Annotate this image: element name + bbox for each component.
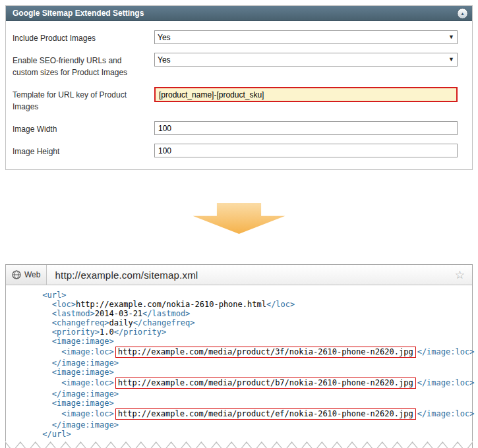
page: Google Sitemap Extended Settings ▲ Inclu… [0, 0, 478, 448]
xml-line: </image:image> [14, 358, 468, 368]
xml-tag: <loc> [52, 300, 76, 309]
xml-text: daily [109, 318, 133, 327]
xml-tag: </priority> [114, 327, 166, 337]
torn-edge [5, 441, 473, 448]
seo-friendly-urls-select[interactable]: Yes [154, 53, 458, 67]
select-wrap: Yes ▼ [154, 53, 458, 67]
field-row-include-product-images: Include Product Images Yes ▼ [13, 30, 458, 44]
xml-line: </image:image> [14, 420, 468, 430]
web-label: Web [24, 270, 40, 279]
xml-line: <image:loc>http://example.com/media/prod… [14, 346, 468, 358]
field-row-seo-friendly-urls: Enable SEO-friendly URLs and custom size… [13, 53, 458, 78]
address-url-text[interactable]: http://example.com/sitemap.xml [47, 269, 447, 281]
xml-line: <image:loc>http://example.com/media/prod… [14, 408, 468, 420]
field-label: Template for URL key of Product Images [13, 87, 154, 113]
xml-image-url-highlight: http://example.com/media/product/3f/noki… [115, 347, 416, 358]
collapse-up-icon: ▲ [460, 11, 465, 16]
field-row-image-width: Image Width [13, 121, 458, 135]
xml-image-url-highlight: http://example.com/media/product/b7/noki… [115, 378, 416, 389]
xml-tag: </changefreq> [133, 318, 195, 327]
field-row-url-key-template: Template for URL key of Product Images [13, 87, 458, 113]
panel-body: Include Product Images Yes ▼ Enable SEO-… [6, 21, 472, 169]
torn-edge-graphic [5, 441, 473, 448]
xml-line: <url> [14, 291, 468, 300]
xml-line: <priority>1.0</priority> [14, 327, 468, 337]
xml-tag: </image:image> [52, 389, 119, 399]
field-label: Include Product Images [13, 30, 154, 44]
xml-line: <image:loc>http://example.com/media/prod… [14, 377, 468, 389]
xml-tag: <image:image> [52, 368, 114, 377]
xml-tag: <changefreq> [52, 318, 109, 327]
xml-tag: </image:image> [52, 358, 119, 368]
xml-tag: <lastmod> [52, 309, 95, 318]
panel-header: Google Sitemap Extended Settings ▲ [6, 6, 472, 21]
globe-icon [12, 270, 21, 279]
field-label: Image Height [13, 144, 154, 157]
field-control [154, 121, 458, 135]
arrow-wrap [5, 203, 473, 234]
web-protocol-button[interactable]: Web [6, 265, 47, 285]
xml-text: http://example.com/nokia-2610-phone.html [76, 300, 266, 309]
xml-tag: <url> [42, 291, 66, 300]
xml-line: </image:image> [14, 389, 468, 399]
xml-line: <image:image> [14, 368, 468, 377]
xml-line: <image:image> [14, 399, 468, 408]
xml-line: <loc>http://example.com/nokia-2610-phone… [14, 300, 468, 309]
field-row-image-height: Image Height [13, 144, 458, 157]
xml-tag: <image:image> [52, 399, 114, 408]
xml-tag: <image:loc> [61, 347, 113, 356]
select-wrap: Yes ▼ [154, 30, 458, 44]
down-arrow-graphic [193, 203, 285, 234]
xml-image-url-highlight: http://example.com/media/product/ef/noki… [115, 408, 416, 420]
image-width-input[interactable] [154, 121, 458, 135]
xml-line: </url> [14, 430, 468, 439]
bookmark-star-icon[interactable]: ☆ [448, 269, 472, 281]
xml-tag: </loc> [266, 300, 295, 309]
xml-line: <image:image> [14, 337, 468, 346]
field-control [154, 87, 458, 102]
include-product-images-select[interactable]: Yes [154, 30, 458, 44]
xml-line: <lastmod>2014-03-21</lastmod> [14, 309, 468, 318]
collapse-button[interactable]: ▲ [457, 8, 468, 19]
xml-tag: </image:loc> [417, 409, 475, 418]
xml-code: <url><loc>http://example.com/nokia-2610-… [6, 285, 472, 441]
field-control [154, 144, 458, 157]
xml-text: 2014-03-21 [95, 309, 142, 318]
xml-tag: <image:loc> [61, 378, 113, 387]
xml-tag: </lastmod> [142, 309, 190, 318]
xml-tag: <image:image> [52, 337, 114, 346]
url-key-template-input[interactable] [154, 87, 458, 102]
field-label: Enable SEO-friendly URLs and custom size… [13, 53, 154, 78]
xml-tag: <priority> [52, 327, 100, 337]
browser-address-bar: Web http://example.com/sitemap.xml ☆ [6, 265, 472, 285]
xml-tag: </image:loc> [417, 347, 475, 356]
xml-tag: <image:loc> [61, 409, 113, 418]
image-height-input[interactable] [154, 144, 458, 157]
xml-line: <changefreq>daily</changefreq> [14, 318, 468, 327]
browser-window: Web http://example.com/sitemap.xml ☆ <ur… [5, 264, 473, 448]
xml-text: 1.0 [100, 327, 114, 337]
field-control: Yes ▼ [154, 30, 458, 44]
xml-tag: </url> [42, 430, 71, 439]
google-sitemap-settings-panel: Google Sitemap Extended Settings ▲ Inclu… [5, 5, 473, 170]
panel-title: Google Sitemap Extended Settings [13, 9, 144, 18]
xml-tag: </image:image> [52, 420, 119, 430]
xml-tag: </image:loc> [417, 378, 475, 387]
field-control: Yes ▼ [154, 53, 458, 67]
field-label: Image Width [13, 121, 154, 135]
